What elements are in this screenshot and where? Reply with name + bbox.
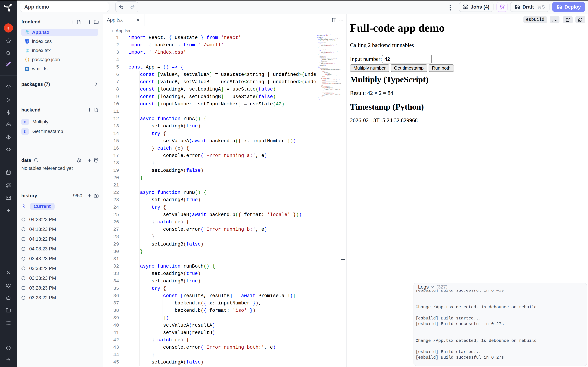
svg-text:TS: TS [26,68,28,70]
svg-text:3: 3 [26,40,28,43]
